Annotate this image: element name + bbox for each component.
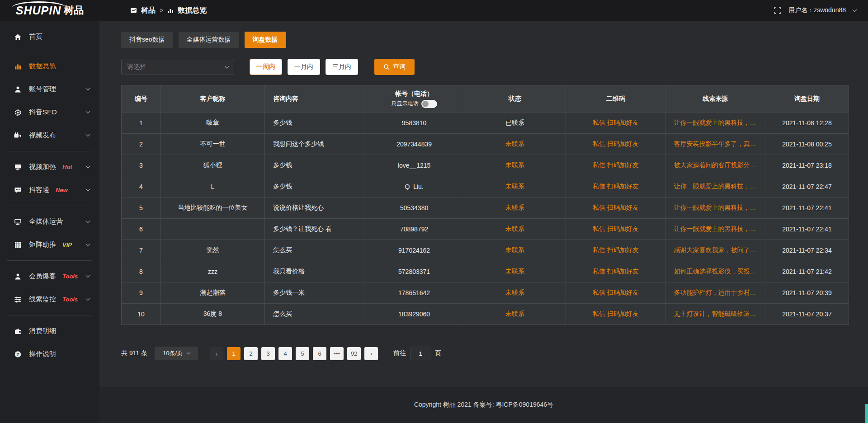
page-button-6[interactable]: 6 [313, 347, 326, 360]
cell-account: 917024162 [364, 240, 464, 261]
fullscreen-icon[interactable] [774, 7, 781, 14]
page-button-4[interactable]: 4 [278, 347, 292, 360]
username-label[interactable]: 用户名：zswodun88 [788, 6, 846, 14]
page-button-3[interactable]: 3 [261, 347, 275, 360]
col-status: 状态 [464, 85, 566, 113]
cell-qr-link[interactable]: 私信 扫码加好友 [566, 197, 665, 219]
cell-source-link[interactable]: 让你一眼就爱上的黑科技，能... [665, 219, 765, 240]
tab-inquiry-data[interactable]: 询盘数据 [245, 32, 286, 48]
tab-media-operation-data[interactable]: 全媒体运营数据 [179, 32, 239, 48]
grid-icon [14, 241, 22, 249]
cell-qr-link[interactable]: 私信 扫码加好友 [566, 219, 665, 240]
cell-qr-link[interactable]: 私信 扫码加好友 [566, 113, 665, 134]
cell-no: 9 [122, 282, 161, 304]
sidebar-item-expense-detail[interactable]: 消费明细 [0, 320, 99, 343]
cell-source-link[interactable]: 无主灯设计，智能磁吸轨道灯... [665, 304, 765, 325]
sidebar-item-matrix-boost[interactable]: 矩阵助推VIP [0, 233, 99, 256]
page-button-2[interactable]: 2 [244, 347, 258, 360]
sidebar-item-media-operation[interactable]: 全媒体运营 [0, 210, 99, 233]
sidebar-item-badge: Tools [62, 296, 78, 303]
account-select[interactable]: 请选择 [121, 59, 234, 75]
breadcrumb-root[interactable]: 树品 [141, 6, 156, 15]
cell-source-link[interactable]: 让你一眼就爱上的黑科技，能... [665, 176, 765, 197]
cell-status: 未联系 [464, 176, 566, 197]
svg-text:?: ? [16, 352, 19, 357]
sidebar-item-doukeitong[interactable]: 抖客通New [0, 179, 99, 202]
cell-source-link[interactable]: 如何正确选择投影仪，买投影... [665, 261, 765, 282]
table-row: 1啵章多少钱9583810已联系私信 扫码加好友让你一眼就爱上的黑科技，能...… [122, 113, 849, 134]
cell-source-link[interactable]: 被大家追着问的客厅投影分享... [665, 155, 765, 176]
cell-source-link[interactable]: 让你一眼就爱上的黑科技，能... [665, 113, 765, 134]
col-account-label: 帐号（电话） [395, 90, 433, 98]
cell-date: 2021-11-07 22:41 [765, 197, 849, 219]
phone-only-toggle[interactable] [421, 100, 437, 108]
period-one-week-button[interactable]: 一周内 [250, 59, 282, 75]
sidebar-item-home[interactable]: 首页 [0, 25, 99, 48]
sidebar-item-account-management[interactable]: 账号管理 [0, 78, 99, 101]
sidebar-item-clue-monitor[interactable]: 线索监控Tools [0, 288, 99, 311]
table-row: 7觉然怎么买917024162未联系私信 扫码加好友感谢大家喜欢我家，被问了好.… [122, 240, 849, 261]
sidebar-item-label: 矩阵助推 [29, 240, 56, 249]
cell-qr-link[interactable]: 私信 扫码加好友 [566, 261, 665, 282]
table-row: 5当地比较能吃的一位美女说说价格让我死心50534380未联系私信 扫码加好友让… [122, 197, 849, 219]
cell-nickname: 狐小狸 [160, 155, 264, 176]
cell-source-link[interactable]: 感谢大家喜欢我家，被问了好... [665, 240, 765, 261]
page-button-1[interactable]: 1 [227, 347, 241, 360]
cell-qr-link[interactable]: 私信 扫码加好友 [566, 176, 665, 197]
page-button-5[interactable]: 5 [296, 347, 309, 360]
cell-account: 70898792 [364, 219, 464, 240]
cell-qr-link[interactable]: 私信 扫码加好友 [566, 304, 665, 325]
chart-square-icon [130, 7, 137, 14]
query-button[interactable]: 查询 [374, 59, 415, 75]
page-size-select[interactable]: 10条/页 [155, 347, 198, 360]
cell-qr-link[interactable]: 私信 扫码加好友 [566, 155, 665, 176]
tab-douyin-seo-data[interactable]: 抖音seo数据 [121, 32, 173, 48]
sidebar-item-badge: Tools [62, 273, 78, 280]
period-three-month-button[interactable]: 三月内 [326, 59, 358, 75]
cell-source-link[interactable]: 多功能护栏灯，适用于乡村文... [665, 282, 765, 304]
cell-source-link[interactable]: 客厅安装投影半年多了，真实... [665, 134, 765, 155]
page-button-92[interactable]: 92 [347, 347, 361, 360]
table-row: 3狐小狸多少钱love__1215未联系私信 扫码加好友被大家追着问的客厅投影分… [122, 155, 849, 176]
person-icon [14, 273, 22, 281]
cell-qr-link[interactable]: 私信 扫码加好友 [566, 282, 665, 304]
main-area: 抖音seo数据 全媒体运营数据 询盘数据 请选择 一周内 一月内 三月内 查询 [99, 21, 868, 423]
period-one-month-button[interactable]: 一月内 [288, 59, 320, 75]
cell-source-link[interactable]: 让你一眼就爱上的黑科技，能... [665, 197, 765, 219]
breadcrumb: 树品 > 数据总览 [130, 6, 207, 15]
phone-toggle-label: 只显示电话 [392, 100, 419, 108]
sidebar-item-video-heat[interactable]: 视频加热Hot [0, 155, 99, 179]
sidebar-item-help[interactable]: ?操作说明 [0, 343, 99, 366]
sidebar-nav: 首页数据总览账号管理抖音SEO视频发布视频加热Hot抖客通New全媒体运营矩阵助… [0, 21, 99, 423]
cell-account: Q_Liu. [364, 176, 464, 197]
sidebar-item-label: 视频发布 [29, 131, 56, 140]
cell-no: 6 [122, 219, 161, 240]
sliders-icon [14, 296, 22, 304]
table-row: 2不可一世我想问这个多少钱2097344839未联系私信 扫码加好友客厅安装投影… [122, 134, 849, 155]
gear-icon [14, 108, 22, 117]
filter-bar: 请选择 一周内 一月内 三月内 查询 [121, 59, 849, 75]
cell-nickname [160, 219, 264, 240]
cell-account: 50534380 [364, 197, 464, 219]
cell-account: 183929060 [364, 304, 464, 325]
scrollbar-thumb[interactable] [865, 404, 868, 423]
prev-page-button[interactable]: ‹ [210, 347, 223, 360]
goto-page-input[interactable] [410, 347, 430, 360]
cell-no: 2 [122, 134, 161, 155]
sidebar-item-douyin-seo[interactable]: 抖音SEO [0, 101, 99, 124]
total-count-label: 共 911 条 [121, 349, 147, 357]
next-page-button[interactable]: › [364, 347, 378, 360]
cell-qr-link[interactable]: 私信 扫码加好友 [566, 134, 665, 155]
cell-qr-link[interactable]: 私信 扫码加好友 [566, 240, 665, 261]
sidebar-item-member-burst[interactable]: 会员爆客Tools [0, 265, 99, 288]
cell-date: 2021-11-07 20:37 [765, 304, 849, 325]
sidebar-item-video-publish[interactable]: 视频发布 [0, 124, 99, 147]
sidebar-divider [7, 260, 92, 261]
cell-account: 178651642 [364, 282, 464, 304]
cell-no: 5 [122, 197, 161, 219]
search-icon [383, 64, 390, 70]
cell-nickname: 36度 8 [160, 304, 264, 325]
sidebar-item-data-overview[interactable]: 数据总览 [0, 55, 99, 78]
screen-icon [14, 163, 22, 171]
page-ellipsis-button[interactable]: ••• [330, 347, 344, 360]
